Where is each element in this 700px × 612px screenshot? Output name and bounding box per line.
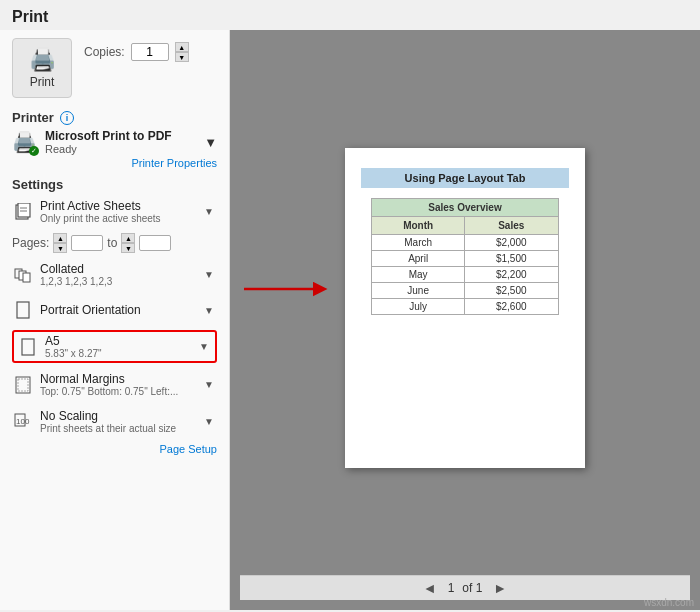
orientation-text: Portrait Orientation	[40, 303, 195, 317]
collation-main: Collated	[40, 262, 195, 276]
table-cell: May	[372, 266, 464, 282]
right-panel: Using Page Layout Tab Sales Overview Mon…	[230, 30, 700, 610]
paper-size-icon	[17, 336, 39, 358]
pages-from-up[interactable]: ▲	[53, 233, 67, 243]
pages-to-up[interactable]: ▲	[121, 233, 135, 243]
copies-label: Copies:	[84, 45, 125, 59]
svg-rect-6	[23, 273, 30, 282]
copies-area: Copies: ▲ ▼	[84, 42, 189, 62]
orientation-arrow[interactable]: ▼	[201, 305, 217, 316]
copies-decrement[interactable]: ▼	[175, 52, 189, 62]
page-of-total: of 1	[462, 581, 482, 595]
margins-arrow[interactable]: ▼	[201, 379, 217, 390]
red-arrow	[240, 278, 330, 300]
settings-section-title: Settings	[12, 177, 217, 192]
page-number: 1	[448, 581, 455, 595]
collation-row: Collated 1,2,3 1,2,3 1,2,3 ▼	[12, 259, 217, 290]
printer-info: Microsoft Print to PDF Ready	[45, 129, 172, 155]
margins-icon	[12, 374, 34, 396]
print-button-area: 🖨️ Print Copies: ▲ ▼	[12, 38, 217, 98]
printer-device-icon: 🖨️ ✓	[12, 130, 37, 154]
pages-from-spinner: ▲ ▼	[53, 233, 67, 253]
print-active-sheets-main: Print Active Sheets	[40, 199, 195, 213]
paper-size-text: A5 5.83" x 8.27"	[45, 334, 190, 359]
print-active-sheets-arrow[interactable]: ▼	[201, 206, 217, 217]
svg-rect-8	[22, 339, 34, 355]
margins-sub: Top: 0.75" Bottom: 0.75" Left:...	[40, 386, 195, 397]
table-cell: $2,600	[464, 298, 558, 314]
orientation-row: Portrait Orientation ▼	[12, 296, 217, 324]
title-bar: Print	[0, 0, 700, 30]
left-panel: 🖨️ Print Copies: ▲ ▼ Printer i 🖨️ ✓	[0, 30, 230, 610]
paper-size-sub: 5.83" x 8.27"	[45, 348, 190, 359]
collation-icon	[12, 264, 34, 286]
page-setup-link[interactable]: Page Setup	[12, 443, 217, 455]
scaling-arrow[interactable]: ▼	[201, 416, 217, 427]
table-cell: April	[372, 250, 464, 266]
print-button[interactable]: 🖨️ Print	[12, 38, 72, 98]
scaling-icon: 100	[12, 411, 34, 433]
preview-table: Sales Overview Month Sales March$2,000Ap…	[371, 198, 558, 315]
print-active-sheets-sub: Only print the active sheets	[40, 213, 195, 224]
printer-dropdown-arrow[interactable]: ▼	[204, 135, 217, 150]
printer-properties-link[interactable]: Printer Properties	[12, 157, 217, 169]
table-row: July$2,600	[372, 298, 558, 314]
svg-rect-7	[17, 302, 29, 318]
next-page-button[interactable]: ►	[490, 580, 510, 596]
scaling-text: No Scaling Print sheets at their actual …	[40, 409, 195, 434]
printer-section-title: Printer i	[12, 110, 217, 125]
table-section-header: Sales Overview	[372, 198, 558, 216]
collation-sub: 1,2,3 1,2,3 1,2,3	[40, 276, 195, 287]
margins-text: Normal Margins Top: 0.75" Bottom: 0.75" …	[40, 372, 195, 397]
print-active-sheets-text: Print Active Sheets Only print the activ…	[40, 199, 195, 224]
scaling-main: No Scaling	[40, 409, 195, 423]
table-row: June$2,500	[372, 282, 558, 298]
scaling-sub: Print sheets at their actual size	[40, 423, 195, 434]
pages-label: Pages:	[12, 236, 49, 250]
printer-row: 🖨️ ✓ Microsoft Print to PDF Ready ▼	[12, 129, 217, 155]
copies-input[interactable]	[131, 43, 169, 61]
paper-size-arrow[interactable]: ▼	[196, 341, 212, 352]
page-preview: Using Page Layout Tab Sales Overview Mon…	[345, 148, 585, 468]
pagination-bar: ◄ 1 of 1 ►	[240, 575, 690, 600]
pages-to-input[interactable]	[139, 235, 171, 251]
printer-name: Microsoft Print to PDF	[45, 129, 172, 143]
table-cell: $2,200	[464, 266, 558, 282]
orientation-icon	[12, 299, 34, 321]
collation-arrow[interactable]: ▼	[201, 269, 217, 280]
pages-from-down[interactable]: ▼	[53, 243, 67, 253]
table-row: March$2,000	[372, 234, 558, 250]
sheets-icon	[12, 201, 34, 223]
preview-area: Using Page Layout Tab Sales Overview Mon…	[240, 40, 690, 575]
svg-text:100: 100	[16, 417, 30, 426]
print-active-sheets-row: Print Active Sheets Only print the activ…	[12, 196, 217, 227]
table-cell: July	[372, 298, 464, 314]
margins-main: Normal Margins	[40, 372, 195, 386]
printer-check-icon: ✓	[29, 146, 39, 156]
pages-from-input[interactable]	[71, 235, 103, 251]
prev-page-button[interactable]: ◄	[420, 580, 440, 596]
copies-spinner: ▲ ▼	[175, 42, 189, 62]
margins-row: Normal Margins Top: 0.75" Bottom: 0.75" …	[12, 369, 217, 400]
paper-size-main: A5	[45, 334, 190, 348]
table-row: May$2,200	[372, 266, 558, 282]
info-icon[interactable]: i	[60, 111, 74, 125]
copies-increment[interactable]: ▲	[175, 42, 189, 52]
svg-rect-10	[18, 379, 28, 391]
svg-rect-1	[18, 203, 30, 217]
table-cell: June	[372, 282, 464, 298]
print-button-label: Print	[30, 75, 55, 89]
table-col-month: Month	[372, 216, 464, 234]
table-col-sales: Sales	[464, 216, 558, 234]
watermark: wsxdn.com	[644, 597, 694, 608]
table-cell: March	[372, 234, 464, 250]
table-cell: $1,500	[464, 250, 558, 266]
table-cell: $2,000	[464, 234, 558, 250]
collation-text: Collated 1,2,3 1,2,3 1,2,3	[40, 262, 195, 287]
pages-to-down[interactable]: ▼	[121, 243, 135, 253]
pages-to-label: to	[107, 236, 117, 250]
pages-to-spinner: ▲ ▼	[121, 233, 135, 253]
paper-size-row: A5 5.83" x 8.27" ▼	[12, 330, 217, 363]
orientation-main: Portrait Orientation	[40, 303, 195, 317]
printer-status: Ready	[45, 143, 172, 155]
